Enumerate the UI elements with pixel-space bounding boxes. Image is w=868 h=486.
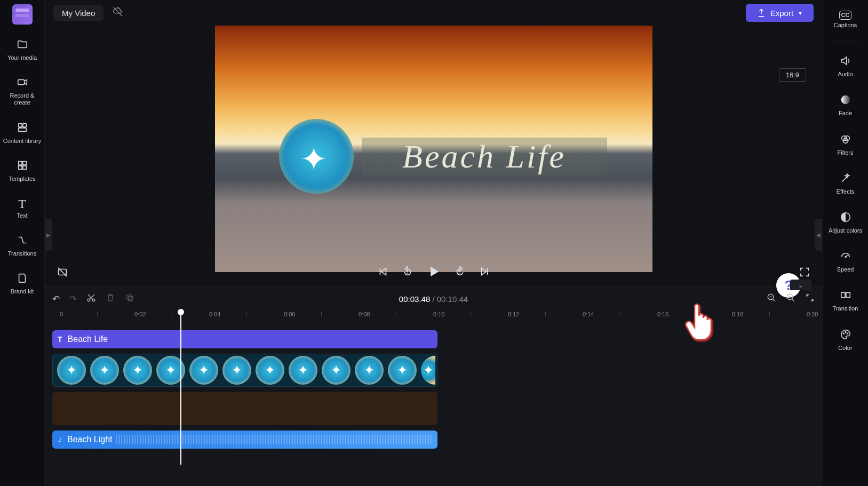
sticker-thumb xyxy=(355,356,384,385)
export-button[interactable]: Export ▼ xyxy=(746,4,814,22)
expand-right-panel-handle[interactable]: ◀ xyxy=(815,219,822,251)
rail-label: Filters xyxy=(838,149,854,156)
expand-left-panel-handle[interactable]: ▶ xyxy=(45,219,52,251)
rail-filters[interactable]: Filters xyxy=(823,128,868,162)
rail-content-library[interactable]: Content library xyxy=(0,116,44,150)
sticker-thumb xyxy=(322,356,351,385)
ruler-tick: 0:08 xyxy=(359,311,370,317)
rail-label: Your media xyxy=(7,54,37,61)
svg-rect-3 xyxy=(18,128,26,131)
duplicate-icon[interactable] xyxy=(125,293,134,305)
ruler-tick: 0:02 xyxy=(134,311,146,317)
rail-text[interactable]: T Text xyxy=(0,192,44,225)
sticker-thumb xyxy=(388,356,417,385)
preview-canvas[interactable]: ✦ Beach Life xyxy=(215,26,652,272)
skip-back-icon[interactable] xyxy=(377,266,389,281)
svg-point-19 xyxy=(92,299,95,301)
zoom-in-icon[interactable] xyxy=(786,293,795,305)
sticker-thumb xyxy=(189,356,218,385)
sticker-thumb xyxy=(256,356,284,385)
timeline-ruler[interactable]: 00:020:040:060:080:100:120:140:160:180:2… xyxy=(52,311,815,326)
palm-tree-icon: ✦ xyxy=(300,140,327,178)
rail-brand-kit[interactable]: Brand kit xyxy=(0,267,44,300)
audio-track-clip[interactable]: ♪ Beach Light xyxy=(52,431,437,449)
current-time: 00:03.48 xyxy=(399,294,430,304)
rail-label: Captions xyxy=(834,22,857,29)
fade-icon xyxy=(840,94,851,108)
play-icon[interactable] xyxy=(426,264,441,283)
rail-transition[interactable]: Transition xyxy=(823,284,868,317)
separator xyxy=(832,42,859,42)
svg-point-29 xyxy=(841,95,850,105)
rail-audio[interactable]: Audio xyxy=(823,50,868,83)
app-logo xyxy=(12,4,33,25)
fit-timeline-icon[interactable] xyxy=(805,293,815,305)
forward-5-icon[interactable]: 5 xyxy=(454,266,466,281)
rail-label: Transition xyxy=(833,305,858,312)
sticker-thumb xyxy=(289,356,317,385)
speaker-icon xyxy=(840,55,851,69)
main-area: My Video Export ▼ ✦ Beach Life 16:9 xyxy=(45,0,822,486)
svg-marker-14 xyxy=(431,266,439,276)
sticker-track-clip[interactable] xyxy=(52,354,437,387)
sticker-thumb xyxy=(421,356,435,385)
cut-icon[interactable] xyxy=(86,293,96,305)
audio-waveform xyxy=(116,435,433,444)
delete-icon[interactable] xyxy=(106,293,115,305)
project-title[interactable]: My Video xyxy=(53,5,103,21)
rail-label: Text xyxy=(17,212,27,219)
ruler-minor-tick xyxy=(321,312,322,316)
fullscreen-icon[interactable] xyxy=(799,266,810,281)
timeline-section: ↶ ↷ 00:03.48 / 00:10.44 xyxy=(45,286,822,486)
aspect-ratio-badge[interactable]: 16:9 xyxy=(779,68,806,82)
library-icon xyxy=(17,122,28,136)
sticker-thumb xyxy=(222,356,251,385)
timeline-toolbar: ↶ ↷ 00:03.48 / 00:10.44 xyxy=(45,286,822,311)
zoom-out-icon[interactable] xyxy=(767,293,776,305)
collapse-right-panel-icon[interactable]: ⌄ xyxy=(790,280,811,290)
ruler-tick: 0:04 xyxy=(209,311,220,317)
text-clip-label: Beach Life xyxy=(68,334,108,344)
svg-line-26 xyxy=(792,299,794,301)
skip-forward-icon[interactable] xyxy=(479,266,490,281)
preview-area: ✦ Beach Life 16:9 5 5 xyxy=(45,26,822,286)
rail-fade[interactable]: Fade xyxy=(823,89,868,122)
preview-title-overlay: Beach Life xyxy=(362,138,607,175)
rail-your-media[interactable]: Your media xyxy=(0,33,44,67)
disable-preview-icon[interactable] xyxy=(57,266,68,281)
rail-transitions[interactable]: Transitions xyxy=(0,229,44,262)
svg-rect-2 xyxy=(22,123,26,126)
player-bar: 5 5 xyxy=(45,260,822,286)
svg-rect-35 xyxy=(841,293,845,298)
rail-record-create[interactable]: Record & create xyxy=(0,71,44,111)
rewind-5-icon[interactable]: 5 xyxy=(402,266,413,281)
redo-icon[interactable]: ↷ xyxy=(69,293,77,305)
text-track-clip[interactable]: T Beach Life xyxy=(52,330,437,348)
rail-speed[interactable]: Speed xyxy=(823,245,868,278)
undo-icon[interactable]: ↶ xyxy=(52,293,60,305)
rail-label: Transitions xyxy=(8,250,36,257)
svg-point-34 xyxy=(845,257,846,258)
rail-captions[interactable]: CC Captions xyxy=(823,5,868,34)
ruler-tick: 0:20 xyxy=(807,311,818,317)
rail-adjust-colors[interactable]: Adjust colors xyxy=(823,206,868,240)
video-track-clip[interactable] xyxy=(52,392,437,425)
cloud-sync-off-icon[interactable] xyxy=(112,6,124,20)
ruler-minor-tick xyxy=(769,312,770,316)
svg-point-38 xyxy=(845,331,846,332)
svg-marker-11 xyxy=(381,268,386,275)
rail-label: Record & create xyxy=(2,92,42,106)
svg-rect-7 xyxy=(22,166,26,169)
playhead[interactable] xyxy=(180,311,181,465)
rail-templates[interactable]: Templates xyxy=(0,154,44,188)
rail-color[interactable]: Color xyxy=(823,323,868,357)
transition-icon xyxy=(17,234,28,248)
rail-label: Brand kit xyxy=(11,288,34,295)
rail-effects[interactable]: Effects xyxy=(823,167,868,201)
folder-icon xyxy=(17,38,28,52)
svg-rect-5 xyxy=(22,161,26,164)
ruler-tick: 0:06 xyxy=(284,311,295,317)
rail-label: Adjust colors xyxy=(829,227,862,234)
ruler-tick: 0:12 xyxy=(508,311,519,317)
svg-rect-36 xyxy=(846,293,849,298)
